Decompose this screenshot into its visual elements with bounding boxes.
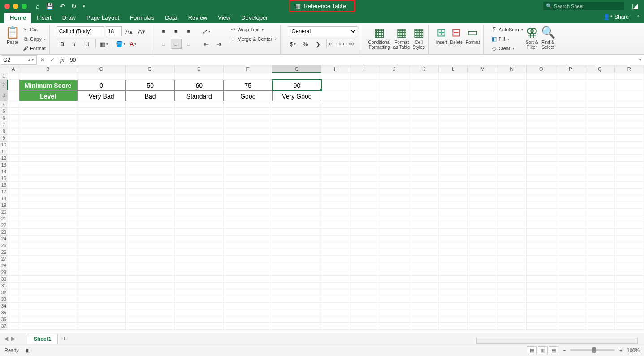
cell-O4[interactable] [527, 101, 556, 108]
cell-H17[interactable] [321, 189, 350, 195]
cell-styles-button[interactable]: ▦Cell Styles [413, 25, 425, 50]
cell-C28[interactable] [77, 262, 126, 269]
cell-H6[interactable] [321, 115, 350, 121]
cell-L36[interactable] [439, 316, 468, 323]
col-header-B[interactable]: B [19, 65, 77, 73]
cell-D19[interactable] [126, 202, 175, 209]
row-header-4[interactable]: 4 [0, 101, 8, 108]
cell-H34[interactable] [321, 303, 350, 309]
cell-E3[interactable]: Standard [175, 90, 224, 101]
cell-B7[interactable] [19, 121, 77, 128]
cell-D3[interactable]: Bad [126, 90, 175, 101]
cell-E23[interactable] [175, 229, 224, 236]
cell-C25[interactable] [77, 242, 126, 249]
cell-G15[interactable] [272, 175, 321, 182]
cell-Q32[interactable] [585, 289, 614, 296]
cell-R3[interactable] [615, 90, 644, 101]
cell-B20[interactable] [19, 209, 77, 215]
cell-A3[interactable] [8, 90, 19, 101]
cell-J3[interactable] [380, 90, 409, 101]
cell-E5[interactable] [175, 108, 224, 115]
cell-E32[interactable] [175, 289, 224, 296]
cell-N10[interactable] [497, 142, 527, 148]
cell-R17[interactable] [615, 189, 644, 195]
account-icon[interactable]: ◪ [632, 2, 639, 10]
cell-K12[interactable] [409, 155, 438, 162]
cell-R31[interactable] [615, 283, 644, 289]
cell-I6[interactable] [350, 115, 380, 121]
cell-Q19[interactable] [585, 202, 614, 209]
cell-Q33[interactable] [585, 296, 614, 303]
row-header-31[interactable]: 31 [0, 283, 8, 289]
cell-G10[interactable] [272, 142, 321, 148]
cell-O35[interactable] [527, 309, 556, 316]
find-select-button[interactable]: 🔍Find & Select [541, 25, 555, 50]
cell-H11[interactable] [321, 148, 350, 155]
cell-I21[interactable] [350, 215, 380, 222]
tab-home[interactable]: Home [4, 13, 31, 23]
cell-E19[interactable] [175, 202, 224, 209]
cell-P19[interactable] [556, 202, 585, 209]
cell-P2[interactable] [556, 80, 585, 90]
cell-E14[interactable] [175, 168, 224, 175]
cell-L34[interactable] [439, 303, 468, 309]
cell-Q18[interactable] [585, 195, 614, 202]
row-header-12[interactable]: 12 [0, 155, 8, 162]
cell-P32[interactable] [556, 289, 585, 296]
cell-E9[interactable] [175, 135, 224, 142]
cell-I30[interactable] [350, 276, 380, 283]
cell-I19[interactable] [350, 202, 380, 209]
cell-Q25[interactable] [585, 242, 614, 249]
row-header-28[interactable]: 28 [0, 262, 8, 269]
cell-F5[interactable] [224, 108, 272, 115]
cell-H9[interactable] [321, 135, 350, 142]
cell-I32[interactable] [350, 289, 380, 296]
cell-B2[interactable]: Minimum Score [19, 80, 77, 90]
cell-F20[interactable] [224, 209, 272, 215]
cell-A26[interactable] [8, 249, 19, 256]
cell-Q30[interactable] [585, 276, 614, 283]
cell-N29[interactable] [497, 269, 527, 276]
paste-button[interactable]: 📋 Paste [5, 25, 20, 45]
cell-E12[interactable] [175, 155, 224, 162]
cell-F23[interactable] [224, 229, 272, 236]
cell-J10[interactable] [380, 142, 409, 148]
cell-N4[interactable] [497, 101, 527, 108]
cell-E15[interactable] [175, 175, 224, 182]
add-sheet-button[interactable]: + [59, 335, 69, 342]
normal-view-button[interactable]: ▦ [527, 346, 537, 354]
cell-M32[interactable] [468, 289, 497, 296]
cell-N6[interactable] [497, 115, 527, 121]
cell-P26[interactable] [556, 249, 585, 256]
cell-G22[interactable] [272, 222, 321, 229]
row-header-19[interactable]: 19 [0, 202, 8, 209]
cell-Q4[interactable] [585, 101, 614, 108]
cell-F7[interactable] [224, 121, 272, 128]
cell-B28[interactable] [19, 262, 77, 269]
decrease-decimal-button[interactable]: .0→.00 [342, 39, 353, 49]
row-header-33[interactable]: 33 [0, 296, 8, 303]
cell-A25[interactable] [8, 242, 19, 249]
col-header-M[interactable]: M [468, 65, 497, 73]
cut-button[interactable]: ✂Cut [22, 26, 46, 34]
cell-D20[interactable] [126, 209, 175, 215]
cell-M9[interactable] [468, 135, 497, 142]
cell-H16[interactable] [321, 182, 350, 189]
align-bottom-button[interactable]: ≡ [183, 26, 194, 36]
cell-N12[interactable] [497, 155, 527, 162]
zoom-out-button[interactable]: − [563, 347, 566, 353]
cell-D30[interactable] [126, 276, 175, 283]
cell-A18[interactable] [8, 195, 19, 202]
cell-H12[interactable] [321, 155, 350, 162]
cell-P31[interactable] [556, 283, 585, 289]
cell-N34[interactable] [497, 303, 527, 309]
cell-M4[interactable] [468, 101, 497, 108]
cell-F10[interactable] [224, 142, 272, 148]
row-header-26[interactable]: 26 [0, 249, 8, 256]
cell-K22[interactable] [409, 222, 438, 229]
cell-L17[interactable] [439, 189, 468, 195]
cell-A20[interactable] [8, 209, 19, 215]
cell-H28[interactable] [321, 262, 350, 269]
cell-L5[interactable] [439, 108, 468, 115]
cell-D28[interactable] [126, 262, 175, 269]
